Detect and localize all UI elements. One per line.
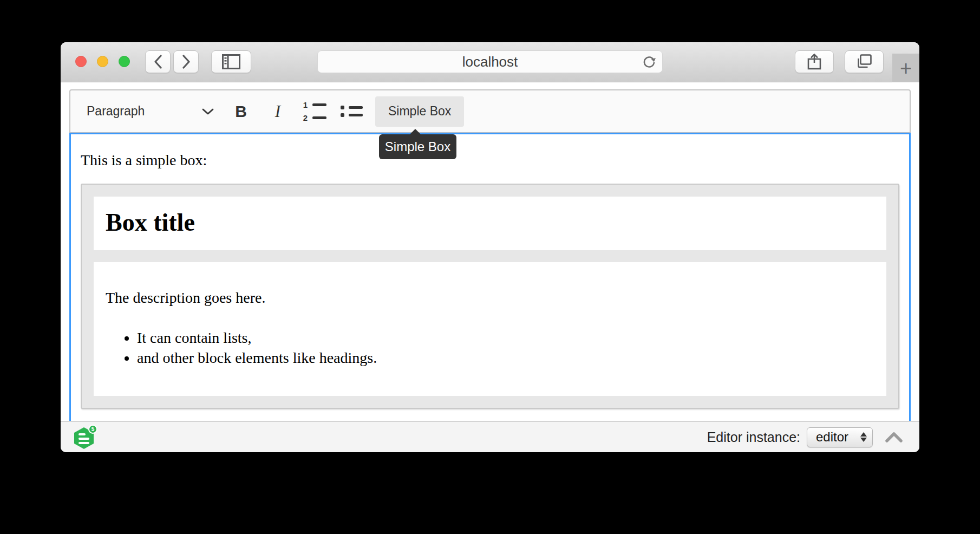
ckeditor-logo[interactable]: 5 bbox=[74, 426, 96, 449]
sidebar-toggle-button[interactable] bbox=[211, 50, 251, 73]
address-bar-url: localhost bbox=[462, 54, 518, 70]
editor-instance-label: Editor instance: bbox=[707, 429, 800, 445]
sidebar-icon bbox=[222, 54, 240, 69]
editor-instance-value: editor bbox=[816, 429, 848, 445]
zoom-window-button[interactable] bbox=[119, 56, 130, 67]
editor-content[interactable]: This is a simple box: Box title The desc… bbox=[69, 133, 911, 421]
simple-box-button[interactable]: Simple Box bbox=[375, 96, 464, 127]
browser-window: localhost bbox=[61, 42, 919, 452]
editor-toolbar: Paragraph B I 1 2 bbox=[69, 89, 911, 133]
bulleted-list-icon bbox=[341, 106, 363, 117]
bold-icon: B bbox=[235, 102, 247, 121]
tab-overview-icon bbox=[856, 54, 872, 69]
ckeditor: Paragraph B I 1 2 bbox=[69, 89, 911, 421]
bold-button[interactable]: B bbox=[228, 96, 254, 127]
editor-count-badge: 5 bbox=[88, 425, 97, 434]
italic-icon: I bbox=[275, 102, 280, 121]
simple-box-button-label: Simple Box bbox=[388, 104, 451, 119]
list-item[interactable]: and other block elements like headings. bbox=[137, 348, 874, 368]
simple-box-title[interactable]: Box title bbox=[94, 197, 886, 250]
address-bar[interactable]: localhost bbox=[317, 50, 663, 73]
simple-box-description[interactable]: The description goes here. It can contai… bbox=[94, 262, 886, 396]
heading-dropdown[interactable]: Paragraph bbox=[87, 96, 219, 127]
back-button[interactable] bbox=[145, 50, 171, 73]
minimize-window-button[interactable] bbox=[97, 56, 108, 67]
simple-box-widget[interactable]: Box title The description goes here. It … bbox=[81, 184, 899, 409]
chevron-down-icon bbox=[202, 108, 214, 115]
reload-icon[interactable] bbox=[642, 55, 657, 70]
tooltip-text: Simple Box bbox=[385, 139, 450, 154]
expand-inspector-button[interactable] bbox=[885, 431, 903, 443]
numbered-list-icon: 1 2 bbox=[303, 100, 326, 122]
browser-titlebar: localhost bbox=[61, 42, 919, 82]
numbered-list-button[interactable]: 1 2 bbox=[302, 96, 328, 127]
forward-icon bbox=[182, 55, 191, 69]
share-icon bbox=[807, 54, 821, 70]
heading-dropdown-label: Paragraph bbox=[87, 104, 145, 119]
bulleted-list-button[interactable] bbox=[338, 96, 364, 127]
forward-button[interactable] bbox=[173, 50, 199, 73]
list-item[interactable]: It can contain lists, bbox=[137, 328, 874, 348]
intro-paragraph[interactable]: This is a simple box: bbox=[81, 152, 899, 169]
tooltip-arrow bbox=[410, 129, 421, 134]
editor-instance-select[interactable]: editor bbox=[807, 427, 873, 447]
simple-box-tooltip: Simple Box bbox=[379, 134, 456, 159]
screenshot-stage: localhost bbox=[0, 0, 980, 534]
new-tab-button[interactable]: + bbox=[892, 54, 919, 82]
description-paragraph[interactable]: The description goes here. bbox=[106, 289, 874, 307]
share-button[interactable] bbox=[795, 50, 834, 73]
inspector-bar: 5 Editor instance: editor bbox=[61, 421, 919, 452]
select-arrows-icon bbox=[860, 432, 867, 442]
close-window-button[interactable] bbox=[75, 56, 87, 67]
description-list[interactable]: It can contain lists, and other block el… bbox=[106, 328, 874, 368]
italic-button[interactable]: I bbox=[265, 96, 291, 127]
web-page: Paragraph B I 1 2 bbox=[61, 82, 919, 421]
plus-icon: + bbox=[900, 58, 912, 79]
back-icon bbox=[154, 55, 162, 69]
tab-overview-button[interactable] bbox=[845, 50, 884, 73]
